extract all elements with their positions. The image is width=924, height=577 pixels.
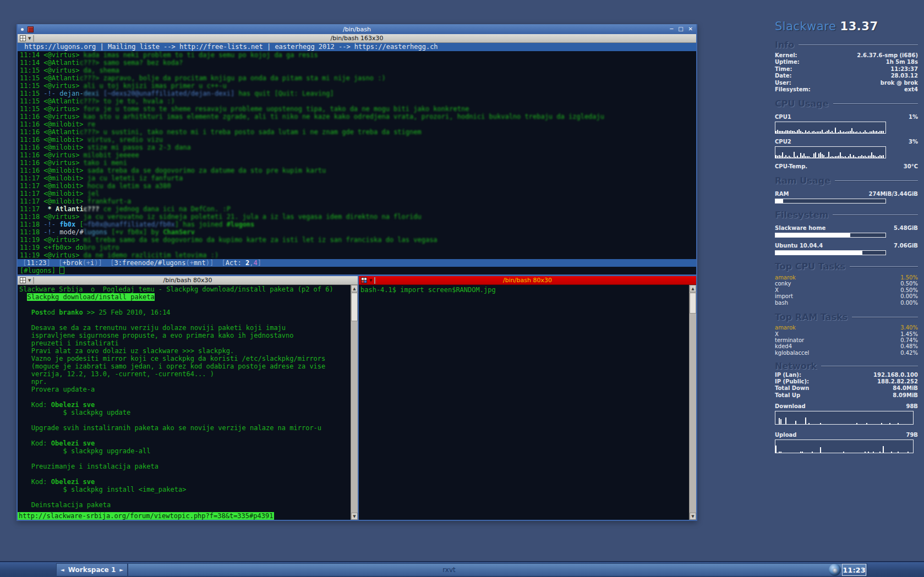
irc-input-line[interactable]: [#lugons]	[18, 267, 696, 274]
scrollbar-thumb[interactable]	[351, 293, 358, 321]
graph-bar	[777, 130, 778, 133]
graph-bar	[860, 131, 861, 133]
desktop: /bin/bash ─ □ ✕ ▼ /bin/bash 163x30 https…	[0, 0, 924, 577]
graph-bar	[868, 133, 869, 133]
graph-bar	[828, 130, 829, 133]
monitor-row: bash0.00%	[775, 300, 918, 306]
graph-bar	[881, 156, 882, 158]
irc-line: 11:14 <@Atlantic???> samo sema? bez koda…	[20, 59, 696, 67]
bash-scrollbar[interactable]: ▲ ▼	[689, 285, 696, 520]
graph-bar	[856, 423, 857, 424]
graph-bar	[845, 156, 846, 158]
graph-bar	[843, 452, 844, 453]
section-header-cpu: CPU Usage	[775, 99, 918, 109]
forum-line: Desava se da za trenutnu verziju dolaze …	[19, 324, 349, 332]
monitor-row: Total Down84.0MiB	[775, 386, 918, 391]
text-segment: milobit jeeeee	[84, 151, 139, 159]
text-segment: [	[79, 221, 83, 228]
forum-line: Slackware Srbija o Pogledaj temu - Slack…	[19, 285, 349, 293]
text-segment: lugons	[84, 228, 112, 236]
scroll-down-icon[interactable]: ▼	[351, 513, 358, 520]
upload-graph	[775, 439, 914, 453]
graph-bar	[838, 132, 839, 133]
forum-line: Preuzimanje i instalacija paketa	[19, 463, 349, 470]
scroll-up-icon[interactable]: ▲	[690, 285, 696, 292]
text-segment: c???>	[79, 97, 103, 105]
text-segment: $ slackpkg update	[19, 409, 130, 416]
monitor-cell: import	[775, 294, 793, 299]
forum-pane-body[interactable]: Slackware Srbija o Pogledaj temu - Slack…	[18, 285, 358, 520]
graph-bar	[820, 447, 821, 452]
scrollbar-thumb[interactable]	[690, 293, 696, 314]
monitor-cell: amarok	[775, 275, 796, 281]
workspace-prev-icon[interactable]: ◄	[61, 567, 64, 573]
graph-bar	[879, 452, 881, 453]
window-titlebar[interactable]: /bin/bash ─ □ ✕	[18, 24, 696, 34]
text-segment: Slackpkg download/install paketa	[27, 293, 154, 301]
monitor-cell: 0.48%	[900, 344, 918, 349]
text-segment: Post	[31, 309, 47, 316]
text-segment: 11:19 <+fb0x> do	[20, 244, 84, 251]
monitor-row: conky0.50%	[775, 281, 918, 287]
graph-bar	[870, 156, 871, 158]
monitor-cell: conky	[775, 281, 791, 287]
graph-bar	[828, 152, 829, 158]
monitor-row: Time:11:23:37	[775, 67, 918, 72]
irc-line: 11:16 <@milobit> sada treba da se dogovo…	[20, 167, 696, 174]
workspace-next-icon[interactable]: ►	[119, 567, 123, 573]
maximize-button[interactable]: □	[678, 24, 683, 34]
graph-bar	[860, 156, 861, 158]
bash-pane-tabbar[interactable]: ▼ /bin/bash 80x30	[359, 276, 696, 285]
text-segment: )]	[206, 259, 214, 267]
forum-pane-tabbar[interactable]: ▼ /bin/bash 80x30	[18, 276, 358, 285]
text-segment	[19, 293, 27, 301]
text-segment: Deinstalacija paketa	[19, 501, 111, 509]
graph-bar	[871, 131, 872, 133]
graph-bar	[846, 131, 848, 133]
text-segment: 4	[253, 259, 257, 267]
download-graph	[775, 411, 914, 425]
taskbar-clock[interactable]: 11:23	[842, 564, 866, 576]
graph-bar	[790, 130, 791, 133]
graph-bar	[808, 423, 810, 424]
text-segment: Obelezi sve	[51, 401, 95, 409]
info-rows: Kernel:2.6.37.6-smp (i686)Uptime:1h 5m 1…	[775, 53, 918, 92]
workspace-switcher[interactable]: ◄ Workspace 1 ►	[56, 563, 128, 576]
scroll-up-icon[interactable]: ▲	[351, 285, 358, 292]
graph-bar	[782, 131, 783, 133]
irc-message-area[interactable]: 11:14 <@virtus> kada imas neki problem t…	[18, 51, 696, 259]
text-segment: to je to, hvala :)	[103, 97, 175, 105]
text-segment: Kod:	[19, 478, 51, 486]
graph-bar	[898, 452, 899, 453]
graph-bar	[861, 133, 862, 133]
graph-bar	[780, 452, 781, 453]
text-segment: mode/#	[59, 228, 83, 236]
graph-bar	[782, 152, 783, 158]
bottom-pane-row: ▼ /bin/bash 80x30 Slackware Srbija o Pog…	[18, 276, 696, 520]
text-segment: * Atlanti	[48, 205, 84, 213]
download-row: Download98B	[775, 404, 918, 409]
monitor-row: amarok1.50%	[775, 275, 918, 281]
bash-pane-body[interactable]: bash-4.1$ import screen$RANDOM.jpg ▲ ▼	[359, 285, 696, 520]
monitor-cell: IP (Public):	[775, 379, 809, 384]
graph-bar	[785, 130, 786, 133]
monitor-cell: Kernel:	[775, 53, 797, 58]
graph-bar	[785, 417, 786, 424]
forum-scrollbar[interactable]: ▲ ▼	[351, 285, 358, 520]
irc-line: 11:18 <@virtus> ja cu verovatno iz sidne…	[20, 213, 696, 221]
text-segment: -!-	[43, 221, 59, 228]
scroll-down-icon[interactable]: ▼	[690, 513, 696, 520]
text-segment: 11:16 <@virtus>	[20, 113, 84, 120]
workspace-label: Workspace 1	[68, 566, 116, 574]
irc-pane-tabbar[interactable]: ▼ /bin/bash 163x30	[18, 34, 696, 43]
graph-bar	[871, 152, 872, 158]
taskbar-window-button[interactable]: rxvt	[128, 563, 867, 576]
graph-bar	[832, 156, 833, 158]
close-button[interactable]: ✕	[688, 24, 693, 34]
tray-app-icon[interactable]	[829, 564, 841, 576]
graph-bar	[850, 131, 851, 133]
fs-row-slackware: Slackware home5.48GiB	[775, 226, 918, 231]
graph-bar	[835, 156, 836, 158]
minimize-button[interactable]: ─	[670, 24, 673, 34]
graph-bar	[858, 156, 859, 158]
